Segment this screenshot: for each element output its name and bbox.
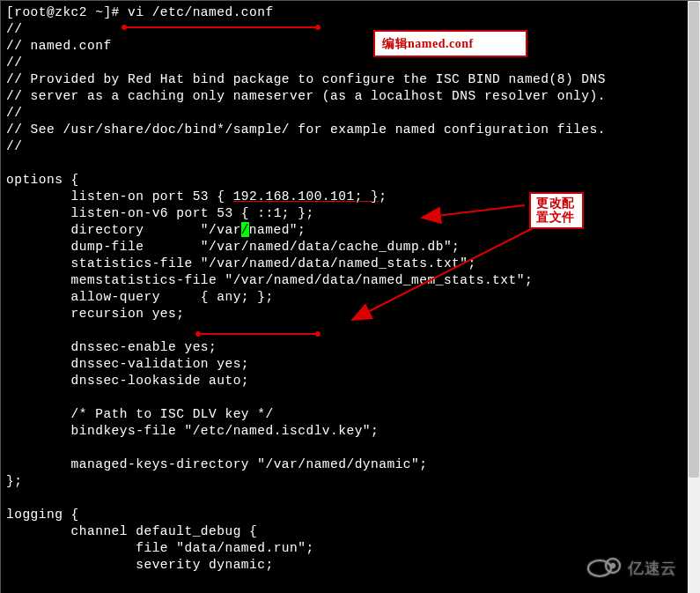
code-line: dnssec-lookaside auto;: [6, 373, 695, 389]
shell-command: vi /etc/named.conf: [128, 5, 274, 19]
code-line: statistics-file "/var/named/data/named_s…: [6, 256, 695, 272]
terminal-content[interactable]: [root@zkc2 ~]# vi /etc/named.conf // // …: [6, 4, 695, 574]
blank-line: [6, 155, 695, 172]
code-line: //: [6, 138, 695, 155]
code-line: // Provided by Red Hat bind package to c…: [6, 71, 695, 88]
code-line: listen-on-v6 port 53 { ::1; };: [6, 205, 695, 222]
code-line: //: [6, 21, 695, 38]
annotation-box-edit: 编辑named.conf: [373, 30, 527, 57]
code-line: logging {: [6, 507, 695, 523]
code-line: memstatistics-file "/var/named/data/name…: [6, 272, 695, 289]
blank-line: [6, 322, 695, 339]
watermark-logo: 亿速云: [586, 554, 682, 586]
code-line: bindkeys-file "/etc/named.iscdlv.key";: [6, 423, 695, 440]
code-line: dnssec-enable yes;: [6, 339, 695, 356]
code-line: channel default_debug {: [6, 523, 695, 540]
code-line: /* Path to ISC DLV key */: [6, 406, 695, 423]
code-line: options {: [6, 172, 695, 189]
blank-line: [6, 389, 695, 406]
shell-prompt: [root@zkc2 ~]#: [6, 5, 128, 19]
code-line: listen-on port 53 { 192.168.100.101; };: [6, 189, 695, 205]
code-line: // server as a caching only nameserver (…: [6, 88, 695, 105]
code-line: dump-file "/var/named/data/cache_dump.db…: [6, 239, 695, 256]
code-line: directory "/var/named";: [6, 222, 695, 239]
vi-cursor: /: [241, 222, 249, 237]
code-line: // See /usr/share/doc/bind*/sample/ for …: [6, 122, 695, 138]
code-line: dnssec-validation yes;: [6, 356, 695, 373]
scrollbar-track[interactable]: [688, 1, 700, 593]
svg-point-10: [610, 563, 615, 568]
blank-line: [6, 490, 695, 507]
watermark-text: 亿速云: [627, 560, 677, 577]
annotation-box-change: 更改配置文件: [529, 192, 584, 229]
scrollbar-thumb[interactable]: [689, 2, 699, 478]
svg-point-8: [588, 560, 611, 576]
code-line: };: [6, 473, 695, 490]
code-line: managed-keys-directory "/var/named/dynam…: [6, 456, 695, 473]
code-line: //: [6, 105, 695, 122]
code-line: allow-query { any; };: [6, 289, 695, 306]
code-line: //: [6, 55, 695, 71]
code-line: // named.conf: [6, 38, 695, 55]
code-line: recursion yes;: [6, 306, 695, 322]
blank-line: [6, 440, 695, 456]
